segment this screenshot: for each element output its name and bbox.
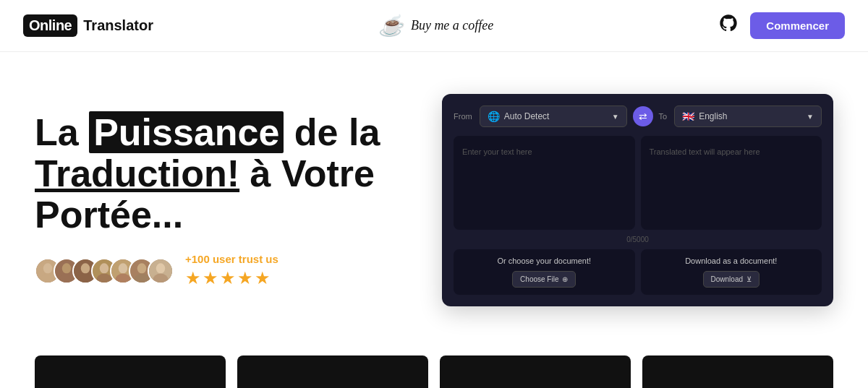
logo: Online Translator [23,14,153,37]
app-toolbar: From 🌐 Auto Detect ▼ ⇄ To 🇬🇧 English ▼ [454,105,822,127]
bottom-card-2[interactable] [237,355,428,388]
download-doc-label: Download as a document! [650,256,813,265]
document-section: Or choose your document! Choose File ⊕ D… [454,249,822,295]
heading-la: La [35,111,89,153]
bottom-card-4[interactable] [642,355,833,388]
to-language-label: English [699,111,727,121]
bottom-card-3[interactable] [440,355,631,388]
hero-heading: La Puissance de la Traduction! à VotrePo… [35,112,418,236]
svg-point-13 [119,263,127,273]
github-icon[interactable] [718,13,739,38]
svg-point-1 [43,263,52,273]
svg-point-7 [81,263,90,273]
app-screenshot: From 🌐 Auto Detect ▼ ⇄ To 🇬🇧 English ▼ E… [442,94,833,306]
trust-info: +100 user trust us ★★★★★ [185,253,278,288]
upload-icon: ⊕ [562,275,568,283]
avatars-group [35,258,174,284]
svg-point-19 [156,263,165,273]
commencer-button[interactable]: Commencer [750,12,845,39]
coffee-icon: ☕ [378,14,404,38]
auto-detect-label: Auto Detect [504,111,550,121]
heading-traduction: Traduction! [35,152,239,194]
choose-doc-label: Or choose your document! [462,256,626,265]
stars-rating: ★★★★★ [185,268,278,288]
heading-de-la: de la [284,111,380,153]
choose-file-label: Choose File [520,275,558,283]
hero-section: La Puissance de la Traduction! à VotrePo… [0,52,868,341]
hero-right: From 🌐 Auto Detect ▼ ⇄ To 🇬🇧 English ▼ E… [442,94,833,306]
auto-detect-flag: 🌐 [488,111,500,122]
bottom-cards-section [0,341,868,388]
to-chevron-icon: ▼ [807,113,814,121]
svg-point-4 [62,263,71,273]
download-doc-box: Download as a document! Download ⊻ [641,249,822,295]
heading-puissance: Puissance [89,111,284,153]
choose-doc-box: Or choose your document! Choose File ⊕ [454,249,634,295]
download-label: Download [711,275,743,283]
char-count: 0/5000 [454,236,822,243]
coffee-label: Buy me a coffee [411,18,493,33]
from-chevron-icon: ▼ [612,113,619,121]
swap-languages-button[interactable]: ⇄ [633,106,653,126]
download-button[interactable]: Download ⊻ [703,271,760,288]
to-label: To [659,112,668,121]
to-language-select[interactable]: 🇬🇧 English ▼ [674,105,822,127]
from-language-select[interactable]: 🌐 Auto Detect ▼ [480,105,627,127]
header-right: Commencer [718,12,845,39]
input-panel: Enter your text here [454,136,634,230]
logo-translator-part: Translator [83,17,153,34]
input-placeholder: Enter your text here [462,147,626,156]
trust-text: +100 user trust us [185,253,278,265]
bottom-card-1[interactable] [35,355,226,388]
buy-me-coffee-link[interactable]: ☕ Buy me a coffee [378,14,493,38]
from-label: From [454,112,472,121]
svg-point-10 [100,263,109,273]
output-placeholder: Translated text will appear here [650,147,813,156]
choose-file-button[interactable]: Choose File ⊕ [512,271,576,288]
logo-online-part: Online [23,14,77,37]
hero-left: La Puissance de la Traduction! à VotrePo… [35,112,418,289]
output-panel: Translated text will appear here [641,136,822,230]
english-flag: 🇬🇧 [682,111,694,122]
avatar [148,258,174,284]
download-icon: ⊻ [746,275,752,283]
svg-point-16 [137,263,146,273]
app-panels: Enter your text here Translated text wil… [454,136,822,230]
social-proof: +100 user trust us ★★★★★ [35,253,418,288]
